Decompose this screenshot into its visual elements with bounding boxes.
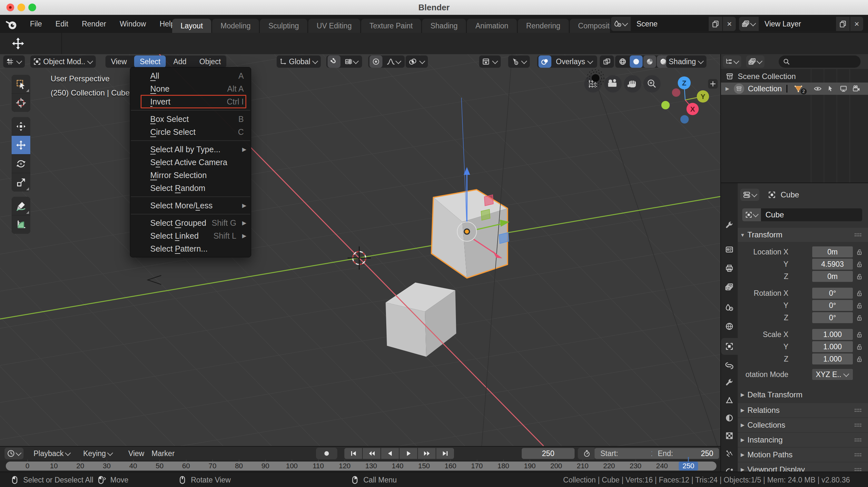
lock-icon[interactable] <box>855 301 864 310</box>
workspace-tab-modeling[interactable]: Modeling <box>212 19 259 33</box>
properties-tab-physics[interactable] <box>721 463 738 471</box>
jump-next-keyframe-button[interactable] <box>418 448 436 459</box>
panel-motion-paths[interactable]: ▶Motion Paths <box>738 448 868 462</box>
use-preview-range-button[interactable] <box>578 448 596 459</box>
scene-new-button[interactable] <box>709 17 722 31</box>
jump-to-start-button[interactable] <box>344 448 362 459</box>
tool-cursor3d-button[interactable] <box>11 94 30 112</box>
gizmos-dropdown[interactable] <box>508 56 530 68</box>
tool-annotate-button[interactable] <box>11 197 30 215</box>
workspace-tab-shading[interactable]: Shading <box>422 19 466 33</box>
viewport-menu-select[interactable]: Select <box>134 56 166 68</box>
menu-edit[interactable]: Edit <box>49 15 75 33</box>
menu-item-none[interactable]: NoneAlt A <box>130 82 251 95</box>
shading-solid-button[interactable] <box>630 56 643 68</box>
play-button[interactable] <box>400 448 417 459</box>
scene-name-field[interactable]: Scene <box>631 17 708 31</box>
workspace-tab-layout[interactable]: Layout <box>172 19 211 33</box>
value-field[interactable]: 0° <box>812 312 853 323</box>
menu-item-mirror-selection[interactable]: Mirror Selection <box>130 169 251 182</box>
snap-to-dropdown[interactable] <box>342 57 361 66</box>
scene-browse-button[interactable] <box>611 17 631 31</box>
tool-measure-button[interactable] <box>11 215 30 234</box>
hide-eye-icon[interactable] <box>813 85 822 93</box>
render-visibility-icon[interactable] <box>852 85 861 93</box>
viewport-visibility-icon[interactable] <box>839 85 848 93</box>
viewport-menu-view[interactable]: View <box>105 56 132 68</box>
frame-start-field[interactable]: Start:1 <box>595 448 661 459</box>
menu-file[interactable]: File <box>23 15 49 33</box>
menu-item-select-pattern[interactable]: Select Pattern... <box>130 242 251 255</box>
workspace-tab-texture-paint[interactable]: Texture Paint <box>361 19 421 33</box>
properties-tab-particles[interactable] <box>721 445 738 462</box>
workspace-tab-sculpting[interactable]: Sculpting <box>260 19 307 33</box>
workspace-tab-rendering[interactable]: Rendering <box>518 19 569 33</box>
view-layer-new-button[interactable] <box>836 17 849 31</box>
panel-instancing[interactable]: ▶Instancing <box>738 433 868 447</box>
play-reverse-button[interactable] <box>381 448 399 459</box>
viewport-menu-object[interactable]: Object <box>194 56 226 68</box>
menu-item-select-grouped[interactable]: Select GroupedShift G▶ <box>130 216 251 229</box>
lock-icon[interactable] <box>855 330 864 339</box>
overlays-dropdown[interactable]: Overlays <box>553 57 596 66</box>
menu-item-select-random[interactable]: Select Random <box>130 182 251 194</box>
timeline-menu-keying[interactable]: Keying <box>83 447 113 460</box>
lock-icon[interactable] <box>855 260 864 268</box>
timeline-menu-marker[interactable]: Marker <box>152 447 175 460</box>
properties-tab-tool[interactable] <box>721 217 738 234</box>
properties-tab-renderback[interactable] <box>721 241 738 258</box>
lock-icon[interactable] <box>855 272 864 281</box>
tool-scale-button[interactable] <box>11 173 30 191</box>
menu-render[interactable]: Render <box>75 15 113 33</box>
blender-logo-icon[interactable] <box>5 18 18 31</box>
value-field[interactable]: 4.5903 <box>812 258 853 270</box>
lock-icon[interactable] <box>855 248 864 256</box>
scene-unlink-button[interactable]: × <box>723 17 736 31</box>
view-layer-name-field[interactable]: View Layer <box>760 17 835 31</box>
viewport-menu-add[interactable]: Add <box>168 56 192 68</box>
overlays-toggle[interactable] <box>538 56 551 68</box>
object-name-input[interactable] <box>761 208 862 221</box>
menu-item-invert[interactable]: InvertCtrl I <box>130 95 251 108</box>
current-frame-field[interactable]: 250 <box>522 448 575 459</box>
tool-rotate-button[interactable] <box>11 154 30 173</box>
outliner-search[interactable] <box>779 56 861 68</box>
value-field[interactable]: 0m <box>812 246 853 257</box>
tool-transform-button[interactable] <box>11 117 30 135</box>
tool-move-button[interactable] <box>11 136 30 154</box>
view-layer-browse-button[interactable] <box>739 17 759 31</box>
transform-panel-header[interactable]: ▼Transform <box>738 228 868 242</box>
outliner-editor-type-button[interactable] <box>723 56 741 68</box>
frame-end-field[interactable]: End:250 <box>652 448 719 459</box>
menu-item-select-active-camera[interactable]: Select Active Camera <box>130 156 251 169</box>
menu-item-all[interactable]: AllA <box>130 69 251 82</box>
proportional-edit-toggle[interactable] <box>370 56 382 68</box>
timeline-menu-view[interactable]: View <box>128 447 144 460</box>
shading-material-button[interactable] <box>643 56 656 68</box>
panel-delta-transform[interactable]: ▶Delta Transform <box>738 388 868 402</box>
lock-icon[interactable] <box>855 342 864 351</box>
properties-tab-constraints[interactable] <box>721 357 738 374</box>
properties-tab-printer[interactable] <box>721 260 738 277</box>
object-id-dropdown[interactable] <box>742 208 761 221</box>
lock-icon[interactable] <box>855 313 864 322</box>
timeline-menu-playback[interactable]: Playback <box>34 447 71 460</box>
tool-tweak-button[interactable] <box>11 75 30 93</box>
object-visibility-dropdown[interactable] <box>479 56 501 68</box>
timeline-scrollbar[interactable]: 0102030405060708090100110120130140150160… <box>6 461 716 470</box>
properties-tab-layers[interactable] <box>721 279 738 296</box>
properties-tab-scenei[interactable] <box>721 299 738 316</box>
editor-divider-right[interactable] <box>721 183 868 183</box>
properties-editor-type-button[interactable] <box>740 189 760 201</box>
outliner-display-mode-button[interactable] <box>746 56 765 68</box>
menu-window[interactable]: Window <box>113 15 153 33</box>
lock-icon[interactable] <box>855 355 864 363</box>
value-field[interactable]: 1.000 <box>812 329 853 340</box>
transform-orientation[interactable]: Global <box>277 56 321 68</box>
jump-prev-keyframe-button[interactable] <box>363 448 380 459</box>
outliner-row-scene-collection[interactable]: Scene Collection <box>721 70 868 83</box>
editor-type-selector[interactable] <box>3 56 25 68</box>
value-field[interactable]: 1.000 <box>812 354 853 364</box>
timeline-ruler[interactable]: 0102030405060708090100110120130140150160… <box>0 460 721 471</box>
snap-toggle[interactable] <box>328 56 340 68</box>
